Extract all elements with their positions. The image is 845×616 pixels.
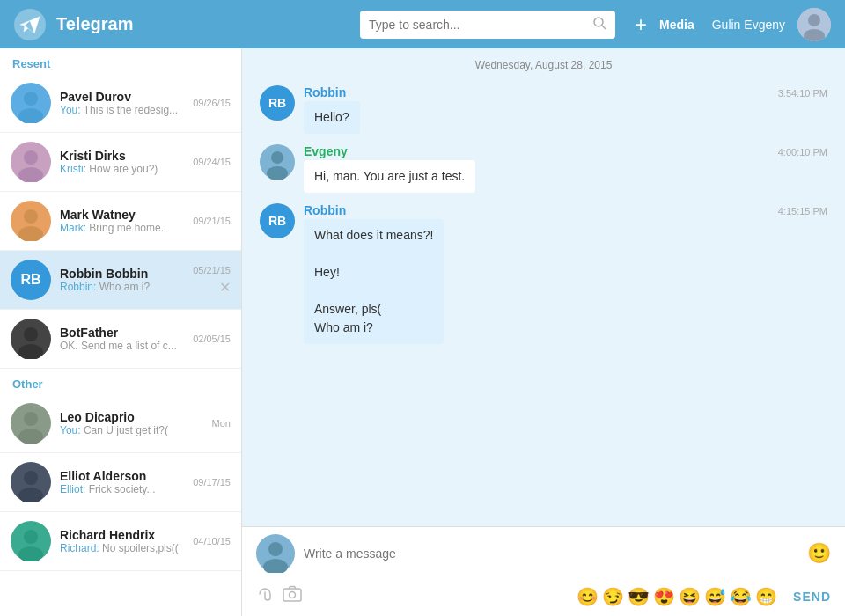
chat-preview: Elliot: Frick society... [60, 483, 184, 495]
chat-item-elliot[interactable]: Elliot Alderson Elliot: Frick society...… [0, 453, 241, 512]
chat-meta: 04/10/15 [193, 536, 231, 546]
message-row: RB Robbin 3:54:10 PM Hello? [260, 85, 827, 134]
preview-sender: You: [60, 424, 81, 436]
chat-name: Mark Watney [60, 208, 184, 222]
chat-avatar [11, 462, 51, 502]
chat-item-richard[interactable]: Richard Hendrix Richard: No spoilers,pls… [0, 512, 241, 571]
preview-sender: Elliot: [60, 483, 85, 495]
quick-emoji-5[interactable]: 😅 [704, 586, 726, 607]
current-user-avatar [256, 534, 295, 573]
chat-preview: OK. Send me a list of c... [60, 340, 184, 352]
chat-item-robbin[interactable]: RB Robbin Bobbin Robbin: Who am i? 05/21… [0, 251, 241, 310]
chat-area: Wednesday, August 28, 2015 RB Robbin 3:5… [242, 48, 845, 616]
add-icon[interactable]: + [635, 12, 647, 37]
send-button[interactable]: SEND [793, 590, 831, 604]
other-section-label: Other [0, 369, 241, 394]
preview-sender: Richard: [60, 542, 99, 554]
chat-item-botfather[interactable]: BotFather OK. Send me a list of c... 02/… [0, 310, 241, 369]
chat-item-leo[interactable]: Leo Dicaprio You: Can U just get it?( Mo… [0, 394, 241, 453]
quick-emoji-1[interactable]: 😏 [602, 586, 624, 607]
chat-meta: 05/21/15 ✕ [193, 265, 231, 296]
date-divider: Wednesday, August 28, 2015 [242, 48, 845, 77]
message-bubble: What does it means?! Hey! Answer, pls(Wh… [304, 219, 444, 344]
svg-point-28 [271, 151, 283, 164]
quick-emoji-6[interactable]: 😂 [730, 586, 752, 607]
chat-info: Pavel Durov You: This is the redesig... [60, 90, 184, 116]
chat-date: 09/24/15 [193, 157, 231, 167]
msg-avatar: RB [260, 203, 295, 238]
msg-avatar [260, 144, 295, 180]
svg-point-7 [24, 92, 38, 106]
chat-preview: You: This is the redesig... [60, 104, 184, 116]
chat-date: 09/26/15 [193, 98, 231, 108]
chat-info: Richard Hendrix Richard: No spoilers,pls… [60, 528, 184, 554]
chat-info: Kristi Dirks Kristi: How are you?) [60, 149, 184, 175]
message-bubble: Hello? [304, 101, 360, 134]
svg-rect-33 [283, 589, 301, 601]
close-icon[interactable]: ✕ [219, 279, 231, 296]
photo-icon[interactable] [283, 585, 302, 607]
chat-name: Robbin Bobbin [60, 267, 184, 281]
chat-avatar [11, 403, 51, 444]
chat-name: Kristi Dirks [60, 149, 184, 163]
svg-line-2 [602, 26, 606, 29]
chat-info: BotFather OK. Send me a list of c... [60, 326, 184, 352]
message-time: 4:00:10 PM [778, 147, 827, 158]
svg-point-22 [24, 471, 38, 485]
chat-preview: Mark: Bring me home. [60, 222, 184, 234]
search-bar [360, 11, 615, 39]
messages-list: RB Robbin 3:54:10 PM Hello? Evgeny 4:00:… [242, 77, 845, 526]
emoji-button[interactable]: 🙂 [807, 542, 831, 565]
chat-avatar [11, 83, 51, 123]
chat-meta: 09/21/15 [193, 216, 231, 226]
quick-emoji-7[interactable]: 😁 [755, 586, 777, 607]
chat-meta: Mon [212, 418, 231, 429]
preview-sender: Mark: [60, 222, 86, 234]
msg-avatar: RB [260, 85, 295, 121]
svg-point-25 [24, 530, 38, 544]
message-content: Robbin 4:15:15 PM What does it means?! H… [304, 203, 827, 344]
svg-point-10 [24, 150, 38, 165]
message-content: Evgeny 4:00:10 PM Hi, man. You are just … [304, 144, 827, 193]
telegram-logo-icon [14, 9, 46, 40]
message-sender: Robbin [304, 85, 346, 99]
chat-preview: Richard: No spoilers,pls(( [60, 542, 184, 554]
svg-point-16 [24, 327, 38, 341]
quick-emoji-2[interactable]: 😎 [628, 586, 650, 607]
message-input[interactable] [304, 546, 798, 561]
message-header: Robbin 4:15:15 PM [304, 203, 827, 217]
attach-icon[interactable] [256, 585, 274, 607]
svg-point-19 [24, 412, 38, 426]
quick-emojis: 😊😏😎😍😆😅😂😁 [577, 586, 777, 607]
app-title: Telegram [56, 14, 349, 34]
search-icon [592, 16, 606, 33]
chat-info: Elliot Alderson Elliot: Frick society... [60, 469, 184, 495]
preview-sender: Robbin: [60, 281, 96, 293]
chat-avatar: RB [11, 260, 51, 300]
app-header: Telegram + Media Gulin Evgeny [0, 0, 845, 48]
chat-date: Mon [212, 418, 231, 429]
media-button[interactable]: Media [659, 18, 694, 32]
chat-avatar [11, 142, 51, 182]
chat-info: Leo Dicaprio You: Can U just get it?( [60, 410, 203, 436]
svg-point-4 [808, 14, 820, 26]
svg-point-1 [594, 18, 603, 26]
chat-meta: 02/05/15 [193, 334, 231, 344]
chat-preview: Kristi: How are you?) [60, 163, 184, 175]
chat-info: Robbin Bobbin Robbin: Who am i? [60, 267, 184, 293]
chat-name: Pavel Durov [60, 90, 184, 104]
search-input[interactable] [369, 18, 585, 32]
chat-item-kristi[interactable]: Kristi Dirks Kristi: How are you?) 09/24… [0, 133, 241, 192]
chat-date: 09/17/15 [193, 477, 231, 488]
user-avatar[interactable] [797, 8, 831, 41]
message-header: Evgeny 4:00:10 PM [304, 144, 827, 158]
quick-emoji-0[interactable]: 😊 [577, 586, 599, 607]
svg-point-31 [268, 542, 283, 556]
chat-item-mark[interactable]: Mark Watney Mark: Bring me home. 09/21/1… [0, 192, 241, 251]
chat-name: Leo Dicaprio [60, 410, 203, 424]
chat-item-pavel[interactable]: Pavel Durov You: This is the redesig... … [0, 74, 241, 133]
message-time: 3:54:10 PM [778, 88, 827, 99]
input-row: 🙂 [242, 527, 845, 580]
quick-emoji-3[interactable]: 😍 [653, 586, 675, 607]
quick-emoji-4[interactable]: 😆 [679, 586, 701, 607]
